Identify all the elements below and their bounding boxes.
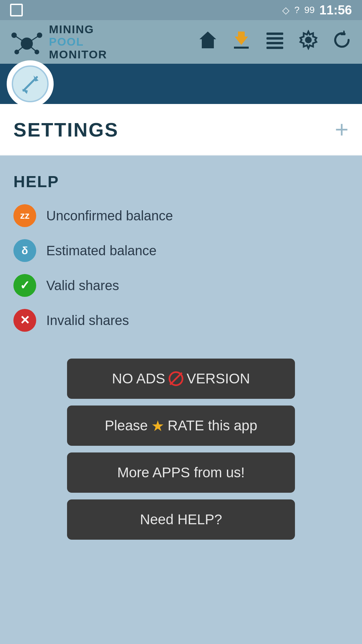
nav-icons [198,30,352,54]
logo-line2: POOL [49,36,107,48]
no-ads-circle-icon [169,371,183,386]
settings-header: SETTINGS + [0,104,362,156]
svg-marker-10 [235,32,248,45]
logo-area: MINING POOL MONITOR [10,23,188,61]
star-icon: ★ [151,417,164,434]
need-help-button[interactable]: Need HELP? [67,499,295,540]
action-buttons: NO ADS VERSION Please ★ RATE this app Mo… [13,359,349,540]
unconfirmed-icon: zz [13,204,36,227]
settings-title: SETTINGS [13,118,119,141]
logo-text: MINING POOL MONITOR [49,23,107,61]
settings-button[interactable] [298,30,318,54]
invalid-label: Invalid shares [46,313,129,328]
logo-line3: MONITOR [49,48,107,61]
estimated-label: Estimated balance [46,243,157,258]
svg-rect-12 [266,33,283,35]
invalid-icon: ✕ [13,309,36,332]
rate-text-rest: RATE this app [168,418,257,434]
download-button[interactable] [231,30,251,54]
no-ads-button[interactable]: NO ADS VERSION [67,359,295,399]
logo-network-icon [10,25,44,59]
status-time: 11:56 [319,3,352,17]
valid-label: Valid shares [46,278,119,293]
signal-icon: ◇ [282,5,290,16]
status-right: ◇ ? 99 11:56 [282,3,352,17]
square-icon [10,4,23,16]
no-ads-text-left: NO ADS [112,371,165,387]
more-apps-text: More APPS from us! [117,465,245,481]
help-item-estimated: δ Estimated balance [13,239,349,262]
need-help-text: Need HELP? [140,512,222,528]
battery-level: 99 [304,5,315,15]
nav-bar: MINING POOL MONITOR [0,20,362,64]
home-button[interactable] [198,30,218,54]
help-section-title: HELP [13,172,349,191]
list-button[interactable] [265,30,285,54]
unconfirmed-label: Unconfirmed balance [46,208,173,223]
refresh-button[interactable] [332,30,352,54]
svg-rect-15 [266,47,283,49]
main-content: HELP zz Unconfirmed balance δ Estimated … [0,156,362,625]
status-bar: ◇ ? 99 11:56 [0,0,362,20]
logo-line1: MINING [49,23,107,36]
svg-point-16 [305,37,312,43]
help-item-invalid: ✕ Invalid shares [13,309,349,332]
svg-rect-14 [266,42,283,44]
pickaxe-icon [18,72,42,96]
svg-marker-9 [199,32,216,48]
svg-rect-11 [234,47,249,49]
more-apps-button[interactable]: More APPS from us! [67,452,295,493]
coin-avatar [7,60,54,107]
help-item-valid: ✓ Valid shares [13,274,349,297]
help-item-unconfirmed: zz Unconfirmed balance [13,204,349,227]
coin-header [0,64,362,104]
valid-icon: ✓ [13,274,36,297]
rate-app-button[interactable]: Please ★ RATE this app [67,406,295,446]
add-button[interactable]: + [335,116,349,143]
svg-rect-13 [266,37,283,40]
rate-text-please: Please [105,418,147,434]
no-ads-text-right: VERSION [187,371,250,387]
coin-avatar-inner [12,65,49,102]
estimated-icon: δ [13,239,36,262]
help-icon: ? [294,5,300,15]
